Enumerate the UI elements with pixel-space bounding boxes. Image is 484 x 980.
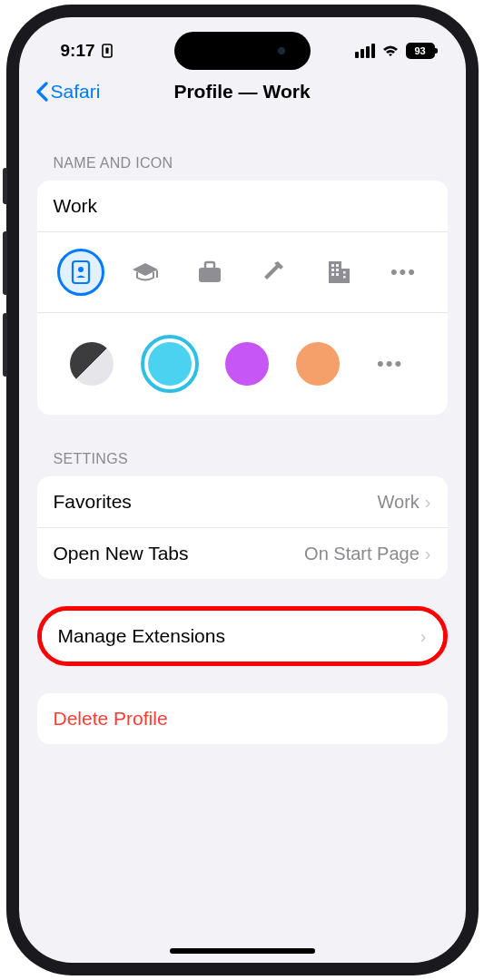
profile-name-field[interactable]: Work: [37, 181, 448, 232]
briefcase-icon: [197, 260, 222, 284]
svg-rect-7: [329, 261, 341, 283]
battery-icon: 93: [406, 43, 435, 59]
chevron-right-icon: ›: [425, 492, 431, 513]
open-new-tabs-label: Open New Tabs: [54, 543, 189, 564]
icon-option-briefcase[interactable]: [186, 260, 233, 284]
screen: 9:17 93 Safari Profile — Work NAME AND I…: [19, 17, 466, 963]
favorites-row[interactable]: Favorites Work ›: [37, 476, 448, 528]
svg-rect-13: [331, 273, 334, 276]
color-option-monochrome[interactable]: [70, 342, 114, 386]
wifi-icon: [381, 44, 400, 58]
color-option-purple[interactable]: [225, 342, 269, 386]
side-button-volume-down: [3, 313, 7, 377]
svg-rect-15: [343, 271, 346, 274]
svg-rect-16: [343, 276, 346, 279]
chevron-right-icon: ›: [425, 544, 431, 564]
chevron-right-icon: ›: [420, 626, 427, 647]
icon-option-building[interactable]: [315, 260, 362, 285]
svg-rect-6: [199, 268, 221, 282]
icon-picker-row: •••: [37, 232, 448, 313]
icon-option-graduation[interactable]: [122, 261, 169, 283]
svg-point-4: [78, 267, 84, 272]
back-button[interactable]: Safari: [35, 81, 101, 103]
status-left: 9:17: [61, 41, 114, 61]
delete-profile-row[interactable]: Delete Profile: [37, 693, 448, 744]
profile-name-value: Work: [54, 195, 98, 217]
phone-frame: 9:17 93 Safari Profile — Work NAME AND I…: [6, 5, 479, 975]
favorites-value: Work ›: [378, 492, 431, 513]
back-label: Safari: [51, 81, 101, 103]
svg-rect-14: [336, 273, 339, 276]
svg-rect-10: [336, 264, 339, 267]
delete-profile-label: Delete Profile: [54, 708, 168, 730]
icon-option-more[interactable]: •••: [380, 260, 427, 284]
section-header-name-icon: NAME AND ICON: [37, 119, 448, 181]
dynamic-island: [174, 32, 311, 70]
svg-rect-11: [331, 269, 334, 271]
svg-rect-12: [336, 269, 339, 271]
open-new-tabs-value: On Start Page ›: [304, 544, 430, 564]
manage-extensions-row[interactable]: Manage Extensions ›: [42, 611, 443, 662]
open-new-tabs-row[interactable]: Open New Tabs On Start Page ›: [37, 528, 448, 579]
graduation-cap-icon: [131, 261, 160, 283]
favorites-label: Favorites: [54, 491, 132, 513]
delete-profile-card: Delete Profile: [37, 693, 448, 744]
color-option-more[interactable]: •••: [367, 352, 414, 376]
name-icon-card: Work: [37, 181, 448, 415]
cellular-icon: [355, 44, 375, 58]
page-title: Profile — Work: [173, 81, 310, 103]
manage-extensions-label: Manage Extensions: [58, 625, 225, 647]
building-icon: [326, 260, 351, 285]
hammer-icon: [262, 260, 287, 285]
navigation-header: Safari Profile — Work: [19, 70, 466, 119]
status-time: 9:17: [61, 41, 95, 61]
color-option-cyan-selected[interactable]: [141, 335, 199, 393]
side-button-silent: [3, 168, 7, 204]
home-indicator[interactable]: [170, 948, 315, 954]
settings-card: Favorites Work › Open New Tabs On Start …: [37, 476, 448, 579]
orientation-lock-icon: [101, 44, 114, 58]
color-picker-row: •••: [37, 313, 448, 415]
status-right: 93: [355, 43, 435, 59]
side-button-volume-up: [3, 231, 7, 295]
icon-option-badge[interactable]: [57, 249, 104, 296]
section-header-settings: SETTINGS: [37, 415, 448, 476]
badge-icon: [71, 260, 91, 285]
icon-option-hammer[interactable]: [251, 260, 298, 285]
svg-rect-9: [331, 264, 334, 267]
color-option-orange[interactable]: [296, 342, 340, 386]
annotation-highlight: Manage Extensions ›: [37, 606, 448, 666]
svg-rect-2: [105, 50, 108, 54]
manage-extensions-card: Manage Extensions ›: [42, 611, 443, 662]
chevron-left-icon: [35, 82, 48, 102]
content-area: NAME AND ICON Work: [19, 119, 466, 744]
